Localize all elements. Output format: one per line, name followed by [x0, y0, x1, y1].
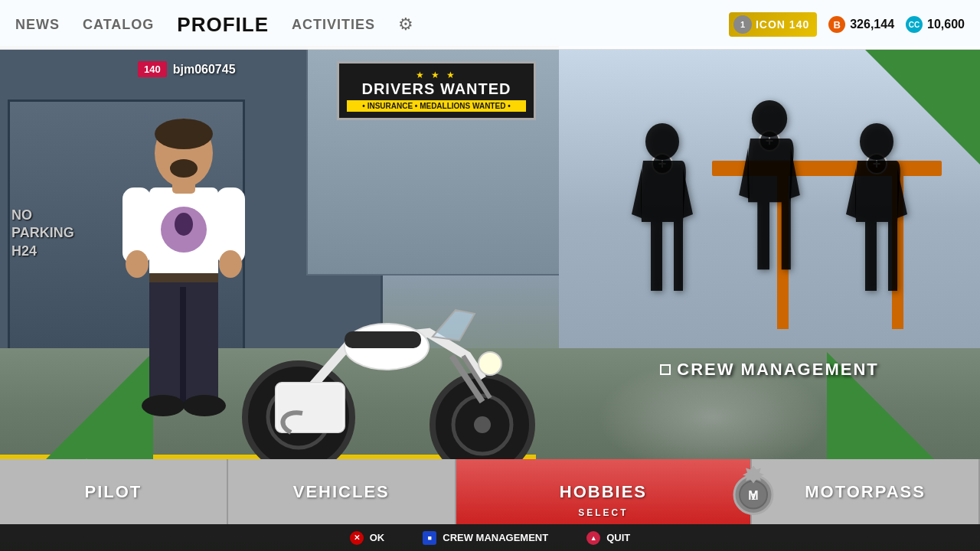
tab-hobbies[interactable]: HOBBIES SELECT — [456, 459, 753, 524]
svg-point-2 — [170, 159, 198, 178]
nav-news[interactable]: NEWS — [15, 17, 60, 33]
svg-point-9 — [175, 213, 193, 236]
bucks-icon: B — [828, 16, 845, 33]
sign-stars: ★ ★ ★ — [347, 70, 526, 80]
crew-slot-3[interactable]: + — [838, 122, 915, 337]
svg-point-1 — [155, 119, 213, 149]
svg-point-28 — [479, 352, 501, 375]
tab-hobbies-sublabel: SELECT — [578, 507, 628, 518]
svg-point-14 — [142, 395, 185, 416]
nav-catalog[interactable]: CATALOG — [83, 17, 154, 33]
header: NEWS CATALOG PROFILE ACTIVITIES ⚙ 1 ICON… — [0, 0, 980, 50]
player-character — [107, 111, 260, 478]
player-tag: 140 bjm060745 — [138, 61, 236, 77]
bucks-currency: B 326,144 — [828, 16, 894, 33]
crew-management-label: CREW MANAGEMENT — [677, 360, 878, 380]
svg-rect-10 — [172, 178, 195, 194]
drivers-wanted-sign: ★ ★ ★ DRIVERS WANTED • INSURANCE • MEDAL… — [337, 61, 536, 120]
svg-rect-13 — [180, 287, 186, 406]
nav-items: NEWS CATALOG PROFILE ACTIVITIES ⚙ — [15, 13, 729, 37]
svg-point-31 — [860, 123, 893, 160]
crew-slot-2[interactable]: + — [731, 99, 808, 337]
quit-label: QUIT — [606, 532, 630, 543]
crew-silhouettes: + + + — [624, 99, 915, 337]
bottom-bar: ✕ OK ■ CREW MANAGEMENT ▲ QUIT — [0, 524, 980, 551]
crew-management-action-label: CREW MANAGEMENT — [443, 532, 548, 543]
svg-point-21 — [474, 416, 491, 433]
ok-icon: ✕ — [350, 531, 364, 545]
sign-sub-text: • INSURANCE • MEDALLIONS WANTED • — [347, 100, 526, 112]
motorpass-medal: M 1 — [729, 465, 779, 518]
ok-action[interactable]: ✕ OK — [350, 531, 385, 545]
tab-hobbies-label: HOBBIES — [560, 482, 647, 502]
svg-rect-23 — [277, 384, 343, 431]
quit-icon: ▲ — [586, 531, 600, 545]
tab-pilot[interactable]: PILOT — [0, 459, 228, 524]
bucks-value: 326,144 — [850, 18, 894, 31]
header-right: 1 ICON 140 B 326,144 CC 10,600 — [729, 12, 965, 37]
rank-medal: 1 — [733, 15, 752, 34]
nav-profile[interactable]: PROFILE — [177, 13, 269, 37]
player-username: bjm060745 — [173, 63, 236, 77]
svg-text:1: 1 — [751, 491, 756, 500]
crew-slot-1[interactable]: + — [624, 122, 701, 337]
rank-label: ICON 140 — [756, 18, 809, 31]
settings-icon[interactable]: ⚙ — [398, 15, 413, 34]
crew-section: + + + — [597, 99, 942, 421]
motorcycle — [237, 249, 544, 478]
tab-pilot-label: PILOT — [85, 482, 142, 502]
rank-badge: 1 ICON 140 — [729, 12, 817, 37]
tab-motorpass[interactable]: M 1 MOTORPASS — [752, 459, 980, 524]
tab-vehicles[interactable]: VEHICLES — [228, 459, 456, 524]
cc-currency: CC 10,600 — [906, 16, 965, 33]
player-level: 140 — [138, 61, 167, 77]
svg-point-7 — [219, 250, 242, 278]
crew-management-action[interactable]: ■ CREW MANAGEMENT — [423, 531, 548, 545]
svg-point-6 — [126, 250, 149, 278]
ok-label: OK — [370, 532, 385, 543]
quit-action[interactable]: ▲ QUIT — [586, 531, 630, 545]
svg-point-30 — [752, 100, 787, 137]
svg-point-15 — [183, 395, 226, 416]
crew-management-button-icon: ■ — [423, 531, 436, 545]
crew-management-icon — [660, 364, 671, 375]
svg-rect-12 — [149, 273, 218, 282]
svg-rect-25 — [345, 331, 421, 348]
svg-marker-35 — [743, 465, 764, 483]
cc-value: 10,600 — [927, 18, 965, 31]
svg-point-29 — [645, 123, 679, 160]
bottom-tabs: PILOT VEHICLES HOBBIES SELECT M 1 MOTORP… — [0, 459, 980, 524]
sign-main-text: DRIVERS WANTED — [347, 80, 526, 98]
nav-activities[interactable]: ACTIVITIES — [292, 17, 375, 33]
tab-vehicles-label: VEHICLES — [293, 482, 390, 502]
tab-motorpass-label: MOTORPASS — [805, 482, 926, 502]
no-parking-sign: NOPARKINGH24 — [11, 207, 111, 268]
crew-management-label-box[interactable]: CREW MANAGEMENT — [660, 360, 878, 380]
cc-icon: CC — [906, 16, 923, 33]
